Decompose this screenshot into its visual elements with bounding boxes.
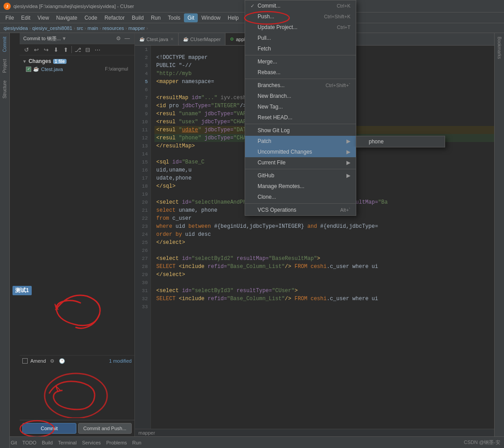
menu-view[interactable]: View (34, 13, 53, 22)
breadcrumb-resources[interactable]: resources (103, 25, 124, 31)
menu-uncommitted-changes-label: Uncommitted Changes (258, 149, 312, 155)
commit-button[interactable]: Commit (22, 423, 76, 434)
commit-header: Commit to 钢墨... ▼ ⚙ — (20, 33, 134, 44)
menu-help[interactable]: Help (224, 13, 242, 22)
separator-3 (245, 124, 356, 124)
menu-show-git-log[interactable]: Show Git Log (245, 125, 356, 136)
menu-branches[interactable]: Branches... Ctrl+Shift+` (245, 80, 356, 91)
separator-4 (245, 169, 356, 169)
files-count: 1 file (53, 59, 67, 64)
more-icon[interactable]: ⋯ (93, 46, 101, 54)
amend-history-icon[interactable]: 🕐 (58, 357, 66, 364)
code-line-24: order by uid desc (154, 230, 494, 239)
status-terminal[interactable]: Terminal (58, 440, 77, 445)
diff-icon[interactable]: ⊟ (83, 46, 92, 54)
current-file-arrow-icon: ▶ (346, 159, 350, 166)
breadcrumb-main[interactable]: main (87, 25, 98, 31)
commit-shortcut: Ctrl+K (337, 3, 350, 8)
breadcrumb-mapper[interactable]: mapper (128, 25, 145, 31)
settings-icon[interactable]: ⚙ (115, 35, 122, 42)
tab-cusermapper[interactable]: ☕ CUserMapper (179, 33, 225, 45)
rtab-bookmarks[interactable]: Bookmarks (496, 33, 503, 63)
menu-git[interactable]: Git (184, 13, 198, 22)
breadcrumb-project[interactable]: qiesiyvidea (4, 25, 28, 31)
commit-buttons: Commit Commit and Push... (20, 420, 134, 436)
vtab-project[interactable]: Project (1, 55, 8, 76)
menu-edit[interactable]: Edit (17, 13, 34, 22)
menu-manage-remotes[interactable]: Manage Remotes... (245, 181, 356, 192)
code-line-32: SELECT <include refid="Base_Column_List"… (154, 295, 494, 303)
menu-new-branch[interactable]: New Branch... (245, 91, 356, 101)
submenu-phone[interactable]: phone (356, 136, 445, 147)
menu-refactor[interactable]: Refactor (101, 13, 128, 22)
menu-run[interactable]: Run (147, 13, 164, 22)
menu-github-label: GitHub (258, 172, 274, 179)
menu-vcs-operations[interactable]: VCS Operations Alt+` (245, 205, 356, 215)
menu-new-tag[interactable]: New Tag... (245, 101, 356, 112)
minimize-icon[interactable]: — (124, 35, 131, 42)
submenu-phone-label: phone (369, 138, 383, 145)
status-build[interactable]: Build (42, 440, 53, 445)
menu-build[interactable]: Build (128, 13, 147, 22)
redo-icon[interactable]: ↪ (42, 46, 50, 54)
tab-ctest-close[interactable]: ✕ (170, 37, 174, 42)
menu-clone-label: Clone... (258, 194, 276, 200)
menu-push[interactable]: Push... Ctrl+Shift+K (245, 11, 356, 22)
menu-code[interactable]: Code (81, 13, 101, 22)
menu-pull[interactable]: Pull... (245, 33, 356, 43)
status-services[interactable]: Services (82, 440, 101, 445)
menu-fetch[interactable]: Fetch (245, 43, 356, 54)
menu-window[interactable]: Window (198, 13, 224, 22)
commit-message-area (20, 75, 134, 355)
menu-reset-head[interactable]: Reset HEAD... (245, 112, 356, 123)
annotation-drawing (22, 369, 112, 418)
amend-checkbox[interactable] (22, 358, 28, 364)
menu-github[interactable]: GitHub ▶ (245, 170, 356, 181)
menu-commit-label: Commit... (258, 3, 280, 9)
separator-2 (245, 79, 356, 79)
merge-icon[interactable]: ⎇ (74, 46, 82, 54)
breadcrumb-src[interactable]: src (77, 25, 83, 31)
menu-navigate[interactable]: Navigate (53, 13, 81, 22)
status-run[interactable]: Run (132, 440, 141, 445)
modified-badge: 1 modified (109, 358, 132, 364)
menu-file[interactable]: File (2, 13, 17, 22)
file-checkbox[interactable]: ✓ (26, 67, 31, 72)
app-logo: J (4, 3, 11, 10)
upload-icon[interactable]: ⬆ (62, 46, 70, 54)
file-item[interactable]: ✓ ☕ Ctest.java F:\xiangmul (22, 65, 132, 73)
vtab-commit[interactable]: Commit (1, 33, 8, 55)
vertical-tabs: Commit Project Structure (0, 33, 10, 448)
commit-and-push-button[interactable]: Commit and Push... (78, 423, 132, 434)
menu-clone[interactable]: Clone... (245, 192, 356, 202)
menu-current-file[interactable]: Current File ▶ (245, 157, 356, 168)
amend-settings-icon[interactable]: ⚙ (49, 357, 56, 364)
undo-icon[interactable]: ↩ (32, 46, 40, 54)
breadcrumb-module[interactable]: qiesiyv_ceshi8081 (32, 25, 72, 31)
refresh-icon[interactable]: ↺ (22, 46, 30, 54)
tab-ctest[interactable]: ☕ Ctest.java ✕ (135, 33, 179, 45)
changes-header: ▼ Changes 1 file (22, 57, 132, 65)
branches-shortcut: Ctrl+Shift+` (325, 83, 350, 88)
download-icon[interactable]: ⬇ (52, 46, 60, 54)
vtab-structure[interactable]: Structure (1, 77, 8, 102)
status-todo[interactable]: TODO (22, 440, 37, 445)
menu-patch-label: Patch (258, 138, 271, 144)
status-problems[interactable]: Problems (106, 440, 127, 445)
menu-fetch-label: Fetch (258, 46, 271, 52)
menu-current-file-label: Current File (258, 159, 286, 166)
menu-patch[interactable]: Patch ▶ phone (245, 136, 356, 147)
menu-merge[interactable]: Merge... (245, 56, 356, 67)
menu-rebase[interactable]: Rebase... (245, 67, 356, 78)
menu-pull-label: Pull... (258, 35, 271, 41)
code-line-33 (154, 303, 494, 311)
commit-branch-label: Commit to 钢墨... (23, 35, 61, 42)
vcs-shortcut: Alt+` (340, 207, 350, 213)
menu-reset-head-label: Reset HEAD... (258, 114, 292, 121)
menu-tools[interactable]: Tools (164, 13, 184, 22)
menu-uncommitted-changes[interactable]: Uncommitted Changes ▶ (245, 147, 356, 157)
amend-label: Amend (30, 358, 46, 364)
menu-update[interactable]: Update Project... Ctrl+T (245, 22, 356, 33)
java-file-icon: ☕ (33, 66, 39, 72)
menu-commit[interactable]: ✓ Commit... Ctrl+K (245, 0, 356, 11)
